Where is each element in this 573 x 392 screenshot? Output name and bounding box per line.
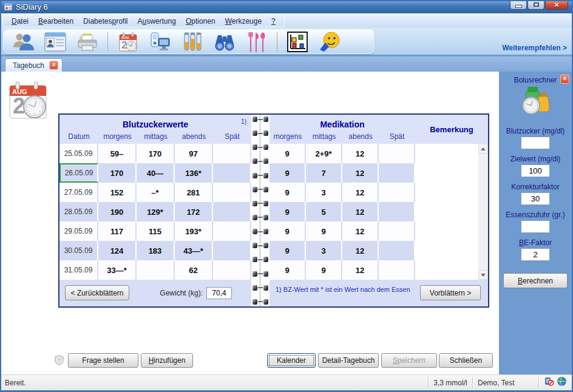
med-value-cell[interactable]: 5 [306, 202, 342, 221]
bz-value-cell[interactable] [213, 183, 251, 202]
bz-value-cell[interactable]: 281 [175, 183, 213, 202]
maximize-button[interactable] [527, 0, 544, 10]
patients-icon[interactable] [11, 30, 35, 53]
med-value-cell[interactable]: 2+9* [306, 144, 342, 163]
search-analysis-icon[interactable] [212, 30, 237, 53]
date-cell[interactable]: 29.05.09 [59, 221, 98, 241]
bz-value-cell[interactable]: 115 [137, 221, 175, 241]
bolus-field-input[interactable] [521, 248, 550, 261]
nutrition-icon[interactable] [245, 30, 269, 53]
menu-item-optionen[interactable]: Optionen [181, 16, 220, 26]
close-button[interactable]: Schließen [439, 353, 493, 368]
page-forward-button[interactable]: Vorblättern > [420, 285, 481, 300]
med-value-cell[interactable] [379, 221, 415, 241]
menu-item-bearbeiten[interactable]: Bearbeiten [33, 16, 78, 26]
med-value-cell[interactable]: 9 [270, 144, 306, 163]
med-value-cell[interactable] [379, 260, 415, 280]
bz-value-cell[interactable]: 124 [98, 241, 137, 260]
bz-value-cell[interactable]: 170 [137, 144, 175, 163]
bolus-close-icon[interactable]: × [560, 75, 569, 84]
med-value-cell[interactable] [379, 241, 415, 260]
bz-value-cell[interactable]: 193* [175, 221, 213, 241]
menu-item-werkzeuge[interactable]: Werkzeuge [220, 16, 266, 26]
med-value-cell[interactable]: 12 [342, 260, 379, 280]
med-value-cell[interactable]: 9 [270, 202, 306, 221]
calendar-button[interactable]: Kalender [267, 353, 316, 368]
med-value-cell[interactable]: 12 [342, 163, 379, 183]
lab-values-icon[interactable] [180, 30, 205, 53]
menu-item-help[interactable]: ? [266, 16, 280, 26]
med-value-cell[interactable] [379, 163, 415, 183]
feedback-smiley-icon[interactable] [317, 30, 342, 53]
bz-value-cell[interactable]: 40— [137, 163, 175, 183]
device-import-icon[interactable] [148, 30, 172, 53]
bz-value-cell[interactable]: 117 [98, 221, 137, 241]
remark-column[interactable] [415, 144, 488, 280]
med-value-cell[interactable]: 7 [306, 163, 342, 183]
scroll-up-button[interactable] [478, 144, 488, 154]
recommend-link[interactable]: Weiterempfehlen > [502, 44, 567, 52]
med-value-cell[interactable]: 3 [306, 183, 342, 202]
bz-value-cell[interactable] [213, 221, 251, 241]
med-value-cell[interactable] [379, 144, 415, 163]
diary-calendar-icon[interactable]: AUG2 [116, 30, 140, 53]
date-cell[interactable]: 25.05.09 [59, 144, 98, 163]
bz-value-cell[interactable] [213, 144, 251, 163]
statistics-icon[interactable] [285, 30, 310, 53]
bz-value-cell[interactable]: 172 [175, 202, 213, 221]
med-value-cell[interactable]: 9 [270, 163, 306, 183]
med-value-cell[interactable]: 9 [270, 221, 306, 241]
scroll-down-button[interactable] [478, 270, 488, 280]
bz-value-cell[interactable]: 170 [98, 163, 137, 183]
bz-value-cell[interactable]: –* [137, 183, 175, 202]
weight-input[interactable] [206, 287, 232, 299]
patient-profile-icon[interactable] [43, 30, 67, 53]
tab-close-icon[interactable]: × [49, 61, 58, 70]
bz-value-cell[interactable]: 97 [175, 144, 213, 163]
med-value-cell[interactable]: 12 [342, 144, 379, 163]
bz-value-cell[interactable] [213, 241, 251, 260]
bolus-field-input[interactable] [521, 137, 550, 149]
date-cell[interactable]: 30.05.09 [59, 241, 98, 260]
bz-value-cell[interactable]: 152 [98, 183, 137, 202]
med-value-cell[interactable]: 9 [306, 260, 342, 280]
close-window-button[interactable]: × [545, 0, 568, 10]
bz-value-cell[interactable]: 183 [137, 241, 175, 260]
med-value-cell[interactable]: 12 [342, 183, 379, 202]
med-value-cell[interactable]: 9 [270, 260, 306, 280]
bz-value-cell[interactable] [213, 202, 251, 221]
med-value-cell[interactable]: 9 [306, 221, 342, 241]
tab-tagebuch[interactable]: Tagebuch × [5, 58, 63, 72]
date-cell[interactable]: 28.05.09 [59, 202, 98, 221]
date-cell[interactable]: 26.05.09 [59, 163, 98, 183]
add-button[interactable]: Hinzufügen [141, 353, 193, 368]
bolus-field-input[interactable] [521, 164, 550, 177]
bz-value-cell[interactable] [213, 260, 251, 280]
med-value-cell[interactable]: 3 [306, 241, 342, 260]
calculate-button[interactable]: Berechnen [503, 273, 568, 288]
date-cell[interactable]: 31.05.09 [59, 260, 98, 280]
bz-value-cell[interactable]: 129* [137, 202, 175, 221]
bz-value-cell[interactable] [213, 163, 251, 183]
bz-value-cell[interactable] [137, 260, 175, 280]
bz-value-cell[interactable]: 190 [98, 202, 137, 221]
med-value-cell[interactable] [379, 202, 415, 221]
page-back-button[interactable]: < Zurückblättern [65, 285, 129, 300]
med-value-cell[interactable]: 12 [342, 241, 379, 260]
bz-value-cell[interactable]: 43—* [175, 241, 213, 260]
bolus-field-input[interactable] [521, 220, 550, 233]
med-value-cell[interactable] [379, 183, 415, 202]
detail-diary-button[interactable]: Detail-Tagebuch [318, 353, 379, 368]
date-cell[interactable]: 27.05.09 [59, 183, 98, 202]
menu-item-auswertung[interactable]: Auswertung [133, 16, 181, 26]
save-button[interactable]: Speichern [381, 353, 437, 368]
ask-question-button[interactable]: Frage stellen [68, 353, 138, 368]
bz-value-cell[interactable]: 136* [175, 163, 213, 183]
print-icon[interactable] [75, 30, 100, 53]
minimize-button[interactable] [510, 0, 527, 10]
med-value-cell[interactable]: 9 [270, 241, 306, 260]
med-value-cell[interactable]: 9 [270, 183, 306, 202]
menu-item-datei[interactable]: Datei [7, 16, 33, 26]
med-value-cell[interactable]: 12 [342, 202, 379, 221]
bolus-field-input[interactable] [521, 192, 550, 205]
